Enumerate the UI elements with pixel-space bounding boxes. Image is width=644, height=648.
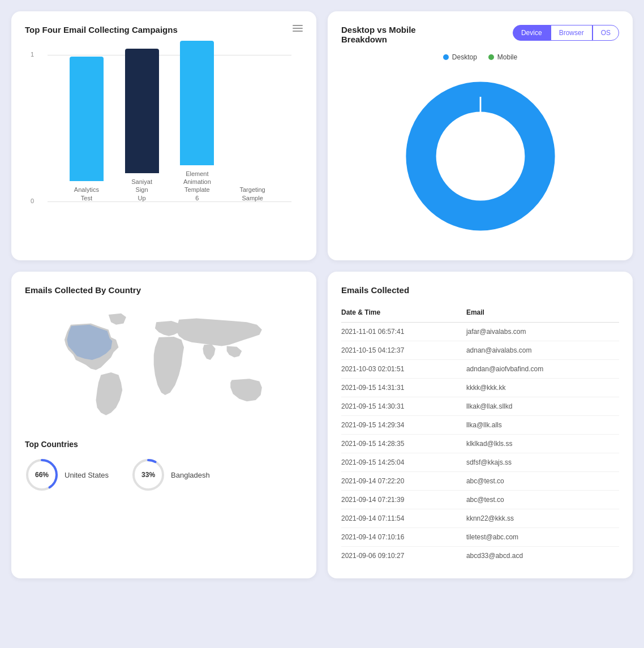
table-row: 2021-09-14 07:11:54kknn22@kkk.ss [341,509,619,528]
bar-chart-card: Top Four Email Collecting Campaigns 1 0 … [11,11,316,260]
table-row: 2021-09-15 14:28:35klklkad@lkls.ss [341,435,619,453]
country-name-1: Bangladesh [171,471,210,479]
emails-table-body: 2021-11-01 06:57:41jafar@aivalabs.com202… [341,323,619,565]
bar-label-3: Targeting Sample [239,186,265,202]
email-address-9: abc@test.co [466,491,619,509]
device-tabs: DeviceBrowserOS [513,25,619,41]
emails-card: Emails Collected Date & Time Email 2021-… [328,272,633,578]
hamburger-icon[interactable] [293,25,303,32]
email-date-12: 2021-09-06 09:10:27 [341,547,466,565]
device-tab-os[interactable]: OS [593,25,619,41]
table-row: 2021-09-15 14:31:31kkkk@kkk.kk [341,379,619,397]
email-date-11: 2021-09-14 07:10:16 [341,528,466,547]
bar-group-2: Element Animation Template 6 [174,41,220,202]
email-date-0: 2021-11-01 06:57:41 [341,323,466,341]
bar-group-1: Saniyat Sign Up [119,49,165,202]
donut-svg [401,77,560,235]
legend-dot-0 [443,54,449,60]
table-row: 2021-09-14 07:22:20abc@test.co [341,472,619,491]
table-row: 2021-09-15 14:25:04sdfsf@kkajs.ss [341,453,619,472]
email-address-11: tiletest@abc.com [466,528,619,547]
donut-header: Desktop vs MobileBreakdown DeviceBrowser… [341,25,619,44]
bar-label-2: Element Animation Template 6 [183,170,211,202]
legend-item-0: Desktop [443,53,477,61]
y-axis-min: 0 [31,198,34,204]
email-date-5: 2021-09-15 14:29:34 [341,416,466,435]
bar-label-0: Analytics Test [74,186,99,202]
country-name-0: United States [65,471,109,479]
country-percent-0: 66% [35,471,49,479]
table-row: 2021-11-01 06:57:41jafar@aivalabs.com [341,323,619,341]
bar-label-1: Saniyat Sign Up [131,178,152,202]
table-row: 2021-10-03 02:01:51adndan@aiofvbafind.co… [341,360,619,379]
donut-title: Desktop vs MobileBreakdown [341,25,416,44]
bar-2 [180,41,214,165]
email-date-2: 2021-10-03 02:01:51 [341,360,466,379]
legend-item-1: Mobile [488,53,517,61]
country-item-0: 66% United States [25,458,109,492]
email-address-6: klklkad@lkls.ss [466,435,619,453]
legend-label-0: Desktop [452,53,477,61]
email-address-0: jafar@aivalabs.com [466,323,619,341]
email-date-4: 2021-09-15 14:30:31 [341,397,466,416]
emails-title: Emails Collected [341,285,619,295]
world-map-container [25,304,303,428]
email-address-4: llkak@llak.sllkd [466,397,619,416]
map-card: Emails Collected By Country [11,272,316,578]
country-item-1: 33% Bangladesh [131,458,210,492]
email-address-2: adndan@aiofvbafind.com [466,360,619,379]
email-address-10: kknn22@kkk.ss [466,509,619,528]
country-percent-1: 33% [141,471,155,479]
bar-1 [125,49,159,173]
email-date-8: 2021-09-14 07:22:20 [341,472,466,491]
col-email: Email [466,304,619,323]
emails-table-head: Date & Time Email [341,304,619,323]
email-date-7: 2021-09-15 14:25:04 [341,453,466,472]
email-date-3: 2021-09-15 14:31:31 [341,379,466,397]
email-date-6: 2021-09-15 14:28:35 [341,435,466,453]
email-date-9: 2021-09-14 07:21:39 [341,491,466,509]
bar-group-3: Targeting Sample [230,181,275,202]
email-address-5: llka@llk.alls [466,416,619,435]
donut-container: 100.0% [341,66,619,247]
table-row: 2021-09-15 14:30:31llkak@llak.sllkd [341,397,619,416]
email-address-12: abcd33@abcd.acd [466,547,619,565]
dashboard: Top Four Email Collecting Campaigns 1 0 … [11,11,633,578]
emails-table: Date & Time Email 2021-11-01 06:57:41jaf… [341,304,619,565]
table-row: 2021-09-14 07:21:39abc@test.co [341,491,619,509]
top-countries-title: Top Countries [25,440,303,449]
table-row: 2021-10-15 04:12:37adnan@aivalabs.com [341,341,619,360]
circular-progress-0: 66% [25,458,59,492]
legend-dot-1 [488,54,494,60]
bar-0 [70,57,104,181]
world-map-svg [25,310,303,423]
email-address-3: kkkk@kkk.kk [466,379,619,397]
legend-label-1: Mobile [497,53,517,61]
email-date-1: 2021-10-15 04:12:37 [341,341,466,360]
email-address-7: sdfsf@kkajs.ss [466,453,619,472]
table-row: 2021-09-15 14:29:34llka@llk.alls [341,416,619,435]
map-title: Emails Collected By Country [25,285,303,295]
col-date: Date & Time [341,304,466,323]
email-date-10: 2021-09-14 07:11:54 [341,509,466,528]
email-address-8: abc@test.co [466,472,619,491]
y-axis-max: 1 [31,51,34,58]
email-address-1: adnan@aivalabs.com [466,341,619,360]
table-row: 2021-09-14 07:10:16tiletest@abc.com [341,528,619,547]
donut-card: Desktop vs MobileBreakdown DeviceBrowser… [328,11,633,260]
bars-container: Analytics TestSaniyat Sign UpElement Ani… [48,55,291,202]
bar-group-0: Analytics Test [64,57,109,202]
bar-chart-title: Top Four Email Collecting Campaigns [25,25,303,35]
bar-chart-area: 1 0 Analytics TestSaniyat Sign UpElement… [25,44,303,236]
table-row: 2021-09-06 09:10:27abcd33@abcd.acd [341,547,619,565]
circular-progress-1: 33% [131,458,165,492]
donut-legend: DesktopMobile [341,53,619,61]
countries-row: 66% United States 33% Bangladesh [25,458,303,492]
device-tab-browser[interactable]: Browser [551,25,593,41]
device-tab-device[interactable]: Device [513,25,551,41]
